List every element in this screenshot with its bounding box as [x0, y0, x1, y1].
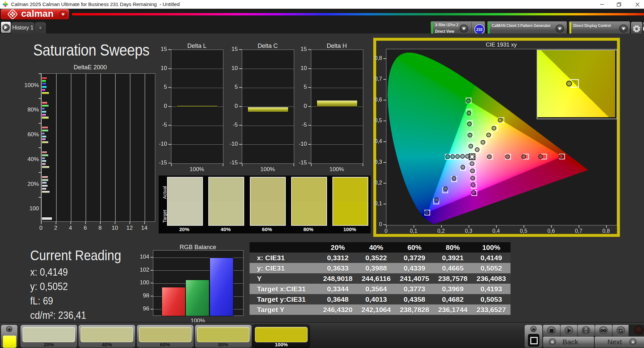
- tab-history-1[interactable]: History 1: [11, 22, 35, 33]
- stop-icon: [547, 326, 556, 335]
- y-tick: [168, 144, 171, 145]
- swatch-target: [209, 201, 244, 225]
- play-icon: [565, 326, 573, 335]
- table-row-label: Target Y: [250, 306, 319, 314]
- x-tick: [441, 225, 442, 228]
- y-tick-label: 104: [134, 254, 149, 260]
- table-row: Target y:CIE310,36480,40130,43580,46820,…: [250, 294, 511, 304]
- saturation-swatch-button-80%[interactable]: 80%: [195, 325, 252, 348]
- table-header-cell: 40%: [357, 243, 395, 252]
- x-tick: [386, 225, 387, 228]
- y-tick: [168, 106, 171, 107]
- group-label: 100: [19, 205, 39, 212]
- swatch-100%: [332, 177, 368, 226]
- y-tick-label: -15: [222, 159, 238, 166]
- saturation-swatch-button-20%[interactable]: 20%: [20, 325, 77, 348]
- expand-colors-button[interactable]: [6, 326, 12, 332]
- table-cell: 0,4682: [434, 295, 472, 303]
- cie1931-panel[interactable]: CIE 1931 xy00,10,20,30,40,50,60,70,800,1…: [373, 38, 620, 237]
- stop-button[interactable]: [543, 325, 560, 337]
- app-logo-icon: [3, 2, 8, 7]
- saturation-swatch-button-100%[interactable]: 100%: [253, 325, 310, 348]
- menu-dropdown-arrow-icon: [59, 11, 67, 18]
- rgb-bar-green: [185, 280, 209, 316]
- layout-content: Saturation Sweeps DeltaE 2000 0246810121…: [0, 33, 644, 322]
- led-panel: [629, 325, 644, 336]
- saturation-swatch-button-60%[interactable]: 60%: [137, 325, 194, 348]
- page-title: Saturation Sweeps: [33, 41, 149, 59]
- y-tick: [239, 106, 242, 107]
- calman-diamond-icon: [7, 9, 18, 20]
- gridline: [171, 126, 223, 126]
- y-tick: [39, 123, 41, 124]
- swatch-actual: [209, 178, 244, 201]
- deltae-bar-cyan: [42, 111, 47, 113]
- table-row: Target x:CIE310,33440,35640,37730,39690,…: [250, 284, 511, 294]
- table-row-label: x: CIE31: [250, 254, 319, 262]
- y-tick: [151, 257, 153, 258]
- pattern-window-button[interactable]: [528, 334, 539, 347]
- deltae-bar-cyan: [42, 185, 48, 187]
- swatch-label: 80%: [291, 226, 326, 232]
- y-tick-label: -5: [152, 122, 167, 128]
- y-tick: [39, 98, 41, 99]
- display-dropdown-arrow-icon[interactable]: [619, 24, 628, 33]
- calman-menu-button[interactable]: calman: [1, 9, 69, 19]
- workflow-nav-button[interactable]: [1, 21, 11, 33]
- swatch-target: [333, 201, 368, 225]
- x-tick: [579, 225, 579, 228]
- y-tick: [383, 58, 386, 59]
- expand-pattern-button[interactable]: [530, 326, 537, 332]
- deltae-bar-red: [42, 151, 47, 154]
- y-tick-label: -10: [152, 141, 167, 147]
- back-button[interactable]: « Back: [543, 336, 594, 348]
- y-tick: [151, 283, 153, 283]
- swatch-color: [197, 327, 250, 342]
- y-tick: [383, 183, 386, 184]
- saturation-swatch-button-40%[interactable]: 40%: [78, 325, 136, 348]
- table-header-cell: 20%: [319, 243, 357, 252]
- table-cell: 242,1064: [357, 306, 395, 314]
- calman-app-window: Calman 2025 Calman Ultimate for Business…: [0, 0, 644, 348]
- table-cell: 0,5053: [472, 295, 511, 303]
- gridline: [115, 74, 116, 221]
- y-tick: [151, 296, 153, 296]
- close-button[interactable]: [630, 0, 644, 9]
- deltae-bar-blue: [42, 157, 45, 160]
- pattern-window-panel: [524, 325, 543, 348]
- y-tick: [383, 79, 386, 80]
- meter-dropdown-arrow-icon[interactable]: [460, 24, 468, 33]
- y-tick: [383, 100, 386, 100]
- table-cell: 0,3648: [319, 295, 357, 303]
- y-tick-label: 10: [291, 65, 307, 72]
- play-button[interactable]: [560, 325, 578, 337]
- group-label: 20%: [19, 181, 39, 188]
- measure-button[interactable]: [577, 325, 595, 337]
- swatch-button-label: 60%: [137, 342, 194, 347]
- y-tick: [39, 172, 41, 173]
- y-tick-label: 0,2: [367, 180, 382, 186]
- gridline: [100, 74, 101, 221]
- y-tick-label: 98: [134, 292, 149, 299]
- y-tick: [239, 68, 242, 69]
- minimize-button[interactable]: [595, 0, 609, 9]
- actual-row-label: Actual: [162, 179, 167, 199]
- y-tick: [383, 162, 386, 163]
- refresh-button[interactable]: [612, 325, 630, 337]
- restore-button[interactable]: [611, 0, 626, 9]
- table-cell: 0,3921: [434, 254, 472, 262]
- source-dropdown-arrow-icon[interactable]: [555, 24, 564, 33]
- continuous-button[interactable]: [595, 325, 612, 337]
- table-cell: 0,3773: [395, 285, 434, 293]
- next-button[interactable]: Next »: [594, 336, 644, 348]
- title-bar: Calman 2025 Calman Ultimate for Business…: [0, 0, 644, 9]
- table-cell: 236,1744: [434, 306, 472, 314]
- gridline: [86, 74, 86, 221]
- swatch-button-label: 40%: [78, 342, 135, 347]
- y-tick-label: 0,8: [367, 55, 382, 61]
- current-color-swatch[interactable]: [3, 335, 16, 348]
- x-tick-label: 14: [138, 225, 151, 231]
- add-tab-button[interactable]: +: [35, 22, 46, 33]
- y-tick: [151, 309, 153, 309]
- deltae2000-chart-title: DeltaE 2000: [34, 64, 147, 71]
